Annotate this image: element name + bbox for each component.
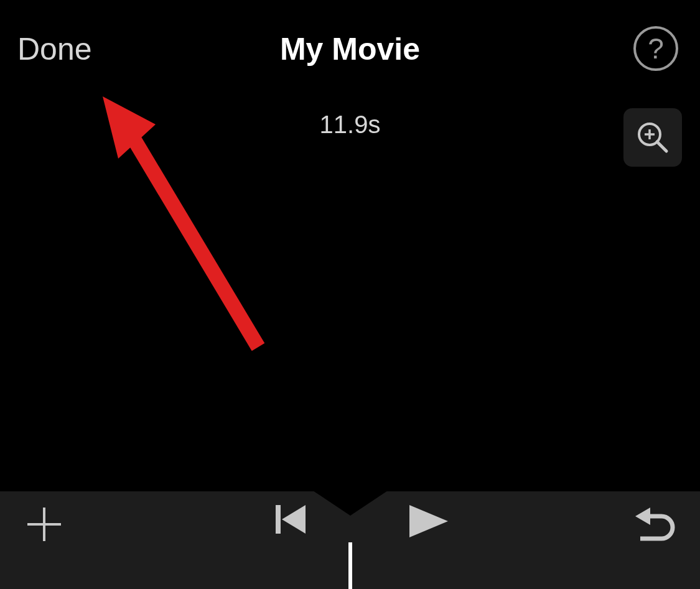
svg-marker-10 [282,505,306,534]
question-mark-icon: ? [648,32,664,65]
svg-line-1 [657,142,666,151]
rewind-button[interactable] [276,505,307,536]
done-button[interactable]: Done [17,31,92,67]
header-bar: Done My Movie ? [0,0,700,81]
playhead-notch [313,491,388,516]
undo-icon [635,505,678,541]
plus-icon [25,505,63,544]
svg-line-4 [121,118,258,347]
svg-marker-6 [313,491,388,516]
svg-marker-11 [409,505,448,537]
add-media-button[interactable] [22,503,66,546]
svg-marker-5 [103,96,156,159]
svg-rect-9 [276,505,281,534]
playhead-indicator[interactable] [348,542,352,589]
svg-marker-12 [635,508,650,525]
duration-label: 11.9s [320,111,381,139]
play-button[interactable] [409,505,449,540]
project-title: My Movie [280,31,420,67]
zoom-in-icon [635,120,670,155]
skip-to-start-icon [276,505,307,534]
toolbar [0,491,700,589]
undo-button[interactable] [635,505,678,544]
help-button[interactable]: ? [633,26,678,71]
play-icon [409,505,449,537]
annotation-arrow [96,93,271,357]
zoom-in-button[interactable] [623,108,682,167]
